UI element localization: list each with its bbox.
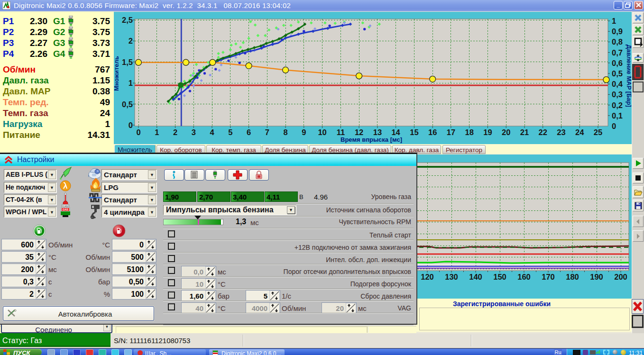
svg-text:0,2: 0,2 [612, 101, 623, 109]
svg-text:120: 120 [421, 273, 434, 281]
svg-text:25: 25 [594, 128, 602, 137]
svg-text:8: 8 [284, 128, 288, 137]
svg-text:140: 140 [469, 273, 482, 281]
svg-text:5: 5 [228, 128, 232, 137]
svg-text:0,1: 0,1 [612, 111, 623, 120]
svg-text:6: 6 [247, 128, 251, 137]
svg-text:9: 9 [302, 128, 306, 137]
svg-text:180: 180 [566, 273, 579, 281]
svg-text:0: 0 [136, 128, 140, 137]
svg-text:0,5: 0,5 [612, 69, 623, 78]
svg-text:160: 160 [517, 273, 531, 281]
svg-text:7: 7 [265, 128, 269, 137]
svg-text:150: 150 [493, 273, 506, 281]
svg-text:10: 10 [318, 128, 326, 137]
svg-text:0: 0 [612, 122, 616, 130]
svg-text:Множитель: Множитель [114, 56, 120, 91]
svg-text:GAS: GAS [63, 208, 68, 211]
svg-text:13: 13 [373, 128, 382, 137]
svg-text:0,6: 0,6 [612, 59, 623, 67]
svg-text:0,3: 0,3 [612, 90, 623, 99]
svg-text:1: 1 [612, 17, 616, 25]
svg-text:0,5: 0,5 [122, 100, 133, 109]
svg-text:170: 170 [542, 273, 555, 281]
svg-text:3: 3 [192, 128, 196, 137]
svg-text:21: 21 [520, 128, 529, 137]
svg-text:200: 200 [614, 273, 627, 281]
svg-text:0,7: 0,7 [612, 48, 623, 57]
svg-text:19: 19 [483, 128, 492, 137]
svg-text:23: 23 [557, 128, 565, 137]
svg-text:Давление MAP [Бар]: Давление MAP [Бар] [626, 45, 632, 107]
svg-text:12: 12 [355, 128, 363, 137]
svg-text:CAS: CAS [63, 205, 68, 208]
svg-text:24: 24 [575, 128, 584, 137]
svg-text:20: 20 [502, 128, 510, 137]
svg-text:18: 18 [465, 128, 474, 137]
svg-text:1: 1 [129, 79, 133, 87]
svg-text:0,9: 0,9 [612, 27, 623, 36]
svg-text:Время впрыска [мс]: Время впрыска [мс] [340, 136, 402, 143]
svg-text:0,4: 0,4 [612, 80, 623, 88]
svg-text:0: 0 [129, 121, 133, 129]
svg-text:11: 11 [337, 128, 345, 137]
svg-text:22: 22 [539, 128, 547, 137]
svg-text:17: 17 [447, 128, 455, 137]
svg-text:1,5: 1,5 [122, 58, 133, 66]
svg-text:14: 14 [391, 128, 400, 137]
svg-text:1: 1 [155, 128, 159, 137]
svg-text:2: 2 [173, 128, 177, 137]
svg-text:4: 4 [210, 128, 214, 137]
svg-text:16: 16 [428, 128, 437, 137]
svg-text:15: 15 [410, 128, 418, 137]
svg-text:2,5: 2,5 [122, 16, 133, 24]
svg-text:190: 190 [590, 273, 603, 281]
svg-text:130: 130 [445, 273, 458, 281]
svg-text:0,8: 0,8 [612, 37, 623, 46]
svg-text:2: 2 [129, 36, 133, 45]
